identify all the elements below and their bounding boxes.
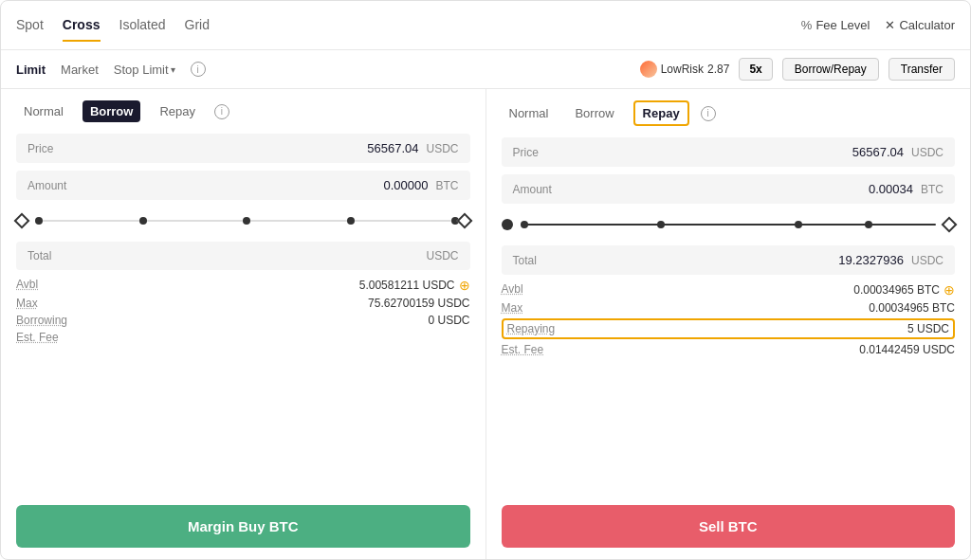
left-price-value-group: 56567.04 USDC xyxy=(367,141,458,155)
left-avbl-value: 5.00581211 USDC xyxy=(359,279,455,292)
left-slider-dot-0 xyxy=(35,217,43,225)
left-slider[interactable] xyxy=(16,208,470,234)
main-content: Normal Borrow Repay i Price 56567.04 USD… xyxy=(1,89,970,559)
order-type-stop-limit[interactable]: Stop Limit ▾ xyxy=(114,63,175,77)
order-info-icon[interactable]: i xyxy=(191,62,206,77)
borrow-repay-button[interactable]: Borrow/Repay xyxy=(782,58,879,81)
left-price-label: Price xyxy=(27,142,53,155)
right-slider-bg-filled xyxy=(521,224,937,226)
right-total-row[interactable]: Total 19.2327936 USDC xyxy=(502,245,956,275)
buy-button[interactable]: Margin Buy BTC xyxy=(16,505,470,548)
left-price-value: 56567.04 xyxy=(367,141,418,155)
right-avbl-row: Avbl 0.00034965 BTC ⊕ xyxy=(502,282,956,298)
tab-cross[interactable]: Cross xyxy=(63,9,101,42)
right-total-currency: USDC xyxy=(911,254,944,267)
right-price-label: Price xyxy=(513,146,539,159)
left-slider-inner xyxy=(35,211,451,230)
right-info-icon[interactable]: i xyxy=(701,106,716,121)
right-tab-borrow[interactable]: Borrow xyxy=(567,102,621,124)
percent-icon: % xyxy=(801,18,813,32)
right-amount-value: 0.00034 xyxy=(869,182,913,196)
risk-badge: LowRisk 2.87 xyxy=(640,61,730,78)
right-price-input[interactable]: Price 56567.04 USDC xyxy=(502,137,956,167)
left-panel: Normal Borrow Repay i Price 56567.04 USD… xyxy=(1,89,486,559)
leverage-button[interactable]: 5x xyxy=(739,58,772,81)
left-max-label: Max xyxy=(16,297,38,310)
tab-isolated[interactable]: Isolated xyxy=(119,9,166,42)
right-repaying-row: Repaying 5 USDC xyxy=(502,318,956,339)
right-avbl-value: 0.00034965 BTC xyxy=(853,283,940,297)
right-estfee-row: Est. Fee 0.01442459 USDC xyxy=(502,343,956,356)
left-slider-diamond-right xyxy=(456,213,472,229)
calculator-label: Calculator xyxy=(899,18,955,32)
left-price-input[interactable]: Price 56567.04 USDC xyxy=(16,134,470,163)
right-slider[interactable] xyxy=(502,211,956,238)
left-slider-dot-1 xyxy=(139,217,147,225)
left-tab-normal[interactable]: Normal xyxy=(16,100,71,122)
nav-right: % Fee Level ✕ Calculator xyxy=(801,18,955,32)
left-borrowing-value: 0 USDC xyxy=(428,314,469,327)
left-avbl-row: Avbl 5.00581211 USDC ⊕ xyxy=(16,278,470,293)
left-info-section: Avbl 5.00581211 USDC ⊕ Max 75.62700159 U… xyxy=(16,278,470,344)
right-tab-normal[interactable]: Normal xyxy=(502,102,557,124)
left-tab-borrow[interactable]: Borrow xyxy=(82,100,141,122)
risk-value: 2.87 xyxy=(707,63,729,76)
right-slider-inner xyxy=(521,215,937,234)
main-container: Spot Cross Isolated Grid % Fee Level ✕ C… xyxy=(0,0,971,560)
left-amount-value: 0.00000 xyxy=(384,178,429,192)
right-avbl-plus-icon[interactable]: ⊕ xyxy=(944,282,955,298)
left-borrowing-row: Borrowing 0 USDC xyxy=(16,314,470,327)
sell-button[interactable]: Sell BTC xyxy=(502,505,956,548)
right-panel: Normal Borrow Repay i Price 56567.04 USD… xyxy=(486,89,971,559)
tab-spot[interactable]: Spot xyxy=(16,9,44,42)
right-sub-tabs: Normal Borrow Repay i xyxy=(502,100,956,126)
left-tab-repay[interactable]: Repay xyxy=(152,100,203,122)
order-type-market[interactable]: Market xyxy=(61,63,99,77)
top-nav: Spot Cross Isolated Grid % Fee Level ✕ C… xyxy=(1,1,970,50)
right-max-row: Max 0.00034965 BTC xyxy=(502,301,956,315)
left-total-currency: USDC xyxy=(426,249,458,262)
right-price-currency: USDC xyxy=(911,146,944,159)
left-avbl-plus-icon[interactable]: ⊕ xyxy=(459,278,470,293)
tab-grid[interactable]: Grid xyxy=(185,9,210,42)
calculator-link[interactable]: ✕ Calculator xyxy=(885,18,955,32)
order-type-right: LowRisk 2.87 5x Borrow/Repay Transfer xyxy=(640,58,955,81)
left-total-row[interactable]: Total USDC xyxy=(16,242,470,270)
right-slider-dot-2 xyxy=(795,221,802,228)
right-slider-dot-start xyxy=(502,219,513,230)
right-slider-dot-1 xyxy=(657,221,665,228)
fee-level-label: Fee Level xyxy=(815,18,870,32)
order-type-limit[interactable]: Limit xyxy=(16,63,46,77)
right-amount-input[interactable]: Amount 0.00034 BTC xyxy=(502,174,956,204)
right-amount-currency: BTC xyxy=(921,183,944,196)
left-max-row: Max 75.62700159 USDC xyxy=(16,297,470,310)
right-tab-repay[interactable]: Repay xyxy=(633,100,689,126)
left-info-icon[interactable]: i xyxy=(214,104,229,119)
fee-level-link[interactable]: % Fee Level xyxy=(801,18,870,32)
right-price-value-group: 56567.04 USDC xyxy=(852,145,944,159)
left-amount-label: Amount xyxy=(27,179,66,192)
right-max-label: Max xyxy=(502,301,523,315)
right-total-label: Total xyxy=(513,254,537,267)
right-total-value-group: 19.2327936 USDC xyxy=(838,253,944,267)
right-slider-dot-3 xyxy=(865,221,872,228)
left-estfee-label: Est. Fee xyxy=(16,331,59,344)
right-estfee-label: Est. Fee xyxy=(502,343,544,356)
right-repaying-value: 5 USDC xyxy=(907,322,949,335)
right-avbl-label: Avbl xyxy=(502,282,523,298)
stop-limit-label: Stop Limit xyxy=(114,63,169,77)
left-slider-bg xyxy=(35,220,451,222)
right-total-value: 19.2327936 xyxy=(838,253,904,267)
left-amount-input[interactable]: Amount 0.00000 BTC xyxy=(16,171,470,200)
left-slider-dot-2 xyxy=(243,217,250,225)
transfer-button[interactable]: Transfer xyxy=(889,58,955,81)
order-type-bar: Limit Market Stop Limit ▾ i LowRisk 2.87… xyxy=(1,50,970,89)
right-price-value: 56567.04 xyxy=(852,145,904,159)
left-estfee-row: Est. Fee xyxy=(16,331,470,344)
left-amount-currency: BTC xyxy=(436,179,459,192)
left-total-label: Total xyxy=(27,249,51,262)
risk-label: LowRisk xyxy=(661,63,704,76)
right-slider-diamond-right xyxy=(942,217,958,233)
right-max-value: 0.00034965 BTC xyxy=(869,301,955,315)
right-slider-dot-0 xyxy=(521,221,528,228)
